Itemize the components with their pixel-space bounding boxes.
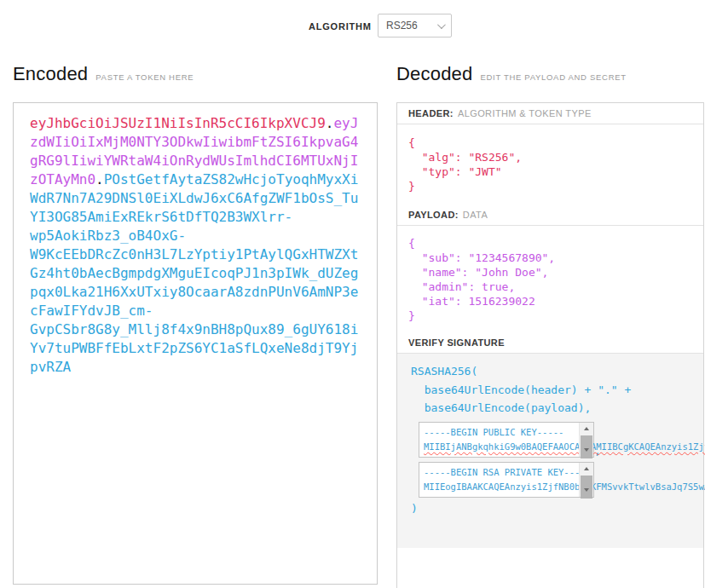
encoded-title: Encoded [13,63,88,85]
signature-formula-close: ) [411,502,693,515]
algorithm-selected-value: RS256 [386,20,437,32]
decoded-panel: HEADER: ALGORITHM & TOKEN TYPE { "alg": … [396,102,704,588]
scroll-up-button[interactable] [580,463,593,476]
decoded-title: Decoded [396,63,472,85]
encoded-subtitle: PASTE A TOKEN HERE [95,72,194,82]
scroll-up-button[interactable] [580,423,593,435]
payload-section-strip: PAYLOAD: DATA [397,205,703,226]
verify-signature-label: VERIFY SIGNATURE [408,337,505,348]
public-key-textarea[interactable]: -----BEGIN PUBLIC KEY----- MIIBIjANBgkqh… [419,422,594,458]
token-separator-dot: . [95,171,104,187]
header-section-strip: HEADER: ALGORITHM & TOKEN TYPE [397,103,703,124]
verify-signature-body: RSASHA256( base64UrlEncode(header) + "."… [397,353,703,548]
token-input[interactable]: eyJhbGciOiJSUzI1NiIsInR5cCI6IkpXVCJ9.eyJ… [13,102,378,585]
header-section-label: HEADER: [408,108,454,118]
arrow-up-icon [584,427,589,430]
token-separator-dot: . [326,115,334,131]
private-key-textarea[interactable]: -----BEGIN RSA PRIVATE KEY----- MIIEogIB… [419,462,594,498]
scrollbar[interactable] [579,423,593,457]
scroll-down-button[interactable] [580,484,593,497]
payload-section-sublabel: DATA [463,210,488,220]
arrow-down-icon [584,488,589,492]
public-key-row: -----BEGIN PUBLIC KEY----- MIIBIjANBgkqh… [419,422,693,458]
payload-section-label: PAYLOAD: [408,210,459,220]
private-key-row: -----BEGIN RSA PRIVATE KEY----- MIIEogIB… [419,462,693,498]
algorithm-select[interactable]: RS256 [378,14,452,37]
encoded-heading: Encoded PASTE A TOKEN HERE [13,63,194,85]
chevron-down-icon [437,20,446,29]
token-signature-segment: POstGetfAytaZS82wHcjoTyoqhMyxXiWdR7Nn7A2… [30,171,358,375]
algorithm-label: ALGORITHM [309,21,372,32]
public-key-text: -----BEGIN PUBLIC KEY----- MIIBIjANBgkqh… [424,425,575,454]
public-key-body: MIIBIjANBgkqhkiG9w0BAQEFAAOCAQ8AMIIBCgKC… [424,440,575,454]
private-key-body: MIIEogIBAAKCAQEAnzyis1ZjfNB0bBgKFMSvvkTt… [424,480,575,494]
decoded-heading: Decoded EDIT THE PAYLOAD AND SECRET [396,63,627,85]
header-json-editor[interactable]: { "alg": "RS256", "typ": "JWT" } [397,124,703,205]
private-key-begin-line: -----BEGIN RSA PRIVATE KEY----- [424,465,575,480]
signature-formula-open: RSASHA256( base64UrlEncode(header) + "."… [411,362,693,418]
scrollbar[interactable] [579,463,593,497]
public-key-begin-line: -----BEGIN PUBLIC KEY----- [424,425,575,440]
private-key-text: -----BEGIN RSA PRIVATE KEY----- MIIEogIB… [424,465,575,494]
jwt-token-text: eyJhbGciOiJSUzI1NiIsInR5cCI6IkpXVCJ9.eyJ… [30,114,359,377]
decoded-subtitle: EDIT THE PAYLOAD AND SECRET [480,72,626,82]
arrow-up-icon [584,467,589,470]
verify-signature-strip: VERIFY SIGNATURE [397,332,703,354]
scroll-down-button[interactable] [580,444,593,457]
payload-json-editor[interactable]: { "sub": "1234567890", "name": "John Doe… [397,226,703,332]
arrow-down-icon [584,448,589,452]
header-section-sublabel: ALGORITHM & TOKEN TYPE [458,108,592,118]
jwt-debugger-page: ALGORITHM RS256 Encoded PASTE A TOKEN HE… [0,0,705,588]
token-header-segment: eyJhbGciOiJSUzI1NiIsInR5cCI6IkpXVCJ9 [30,115,326,131]
